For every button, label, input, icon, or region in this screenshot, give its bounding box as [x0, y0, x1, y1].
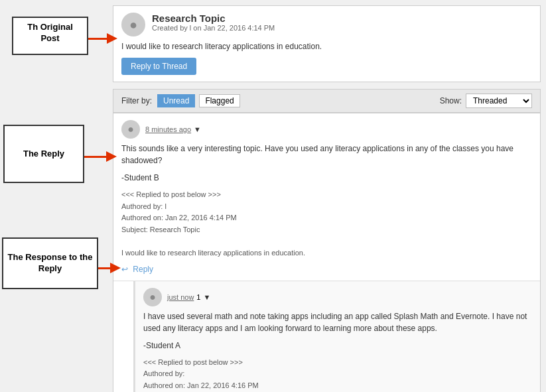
- reply-body-1: This sounds like a very interesting topi…: [121, 143, 532, 166]
- post-title-area: Research Topic Created by l on Jan 22, 2…: [152, 13, 275, 32]
- page-container: Th Original Post The Reply The Response …: [0, 0, 546, 392]
- quoted-post-1: <<< Replied to post below >>> Authored b…: [121, 189, 532, 259]
- reply-dropdown-2[interactable]: ▼: [203, 293, 210, 301]
- reply-avatar-2: ●: [143, 288, 162, 306]
- reply-dropdown-1[interactable]: ▼: [194, 125, 201, 133]
- reply-avatar-1: ●: [121, 120, 140, 139]
- reply-author-sig-1: -Student B: [121, 172, 532, 184]
- annotations-panel: Th Original Post The Reply The Response …: [0, 0, 113, 392]
- post-header: ● Research Topic Created by l on Jan 22,…: [121, 13, 532, 36]
- show-select[interactable]: Threaded Nested Flat: [466, 94, 532, 108]
- avatar: ●: [121, 13, 145, 36]
- reply-count-2: 1: [196, 293, 200, 301]
- reply-header-row-2: ● just now 1 ▼: [143, 288, 532, 306]
- arrow-response: [98, 263, 121, 273]
- reply-item-1: ● 8 minutes ago ▼ This sounds like a ver…: [113, 113, 540, 281]
- main-content-area: ● Research Topic Created by l on Jan 22,…: [113, 0, 546, 392]
- reply-header-row-1: ● 8 minutes ago ▼: [121, 120, 532, 139]
- filter-unread-button[interactable]: Unread: [157, 94, 195, 107]
- reply-icon-1: ↩: [121, 265, 128, 274]
- reply-to-thread-button[interactable]: Reply to Thread: [121, 58, 196, 75]
- annotation-original-post: Th Original Post: [12, 17, 88, 55]
- filter-flagged-button[interactable]: Flagged: [199, 94, 239, 107]
- annotation-reply: The Reply: [3, 125, 84, 183]
- original-post-container: ● Research Topic Created by l on Jan 22,…: [113, 5, 541, 82]
- replies-container: ● 8 minutes ago ▼ This sounds like a ver…: [113, 113, 541, 392]
- arrow-reply: [84, 151, 117, 162]
- post-title: Research Topic: [152, 13, 275, 24]
- post-meta: Created by l on Jan 22, 2016 4:14 PM: [152, 24, 275, 32]
- show-label: Show:: [440, 96, 462, 105]
- reply-user-icon-2: ●: [149, 291, 156, 303]
- reply-item-2: ● just now 1 ▼ I have used several math …: [133, 281, 540, 392]
- post-body: I would like to research literacy applic…: [121, 42, 532, 51]
- reply-body-2: I have used several math and note taking…: [143, 310, 532, 334]
- reply-link-1[interactable]: Reply: [133, 265, 153, 274]
- reply-action-1: ↩ Reply: [121, 265, 532, 274]
- user-icon: ●: [129, 17, 137, 33]
- filter-label: Filter by:: [121, 96, 152, 105]
- annotation-response: The Response to the Reply: [2, 237, 98, 289]
- filter-bar: Filter by: Unread Flagged Show: Threaded…: [113, 89, 541, 113]
- arrow-original-post: [88, 33, 117, 44]
- show-section: Show: Threaded Nested Flat: [440, 94, 532, 108]
- reply-time-1: 8 minutes ago: [145, 125, 191, 133]
- quoted-post-2a: <<< Replied to post below >>> Authored b…: [143, 357, 532, 392]
- reply-user-icon-1: ●: [127, 123, 134, 135]
- reply-author-sig-2: -Student A: [143, 340, 532, 352]
- reply-time-2: just now: [167, 293, 194, 301]
